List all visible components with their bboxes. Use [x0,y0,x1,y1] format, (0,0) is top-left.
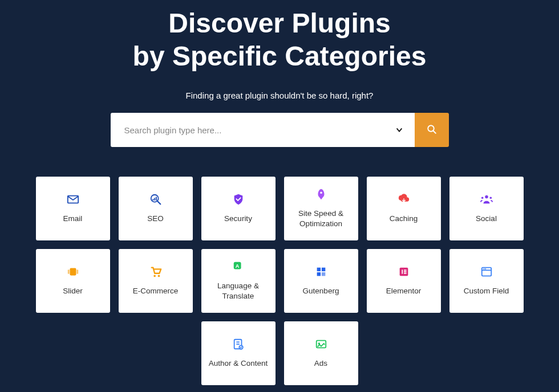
svg-rect-26 [404,271,407,272]
category-card-window[interactable]: Custom Field [449,249,524,313]
category-label: Author & Content [209,358,268,369]
search-box[interactable] [111,113,415,147]
author-icon [232,338,245,350]
title-line-1: Discover Plugins [168,8,390,38]
seo-icon [149,193,162,206]
category-label: Ads [314,358,327,369]
category-grid: EmailSEOSecuritySite Speed & Optimizatio… [0,177,559,385]
svg-point-10 [481,197,483,199]
email-icon [67,193,79,206]
category-card-cart[interactable]: E-Commerce [119,249,193,313]
category-label: Gutenberg [303,286,339,296]
page-subtitle: Finding a great plugin shouldn't be so h… [0,91,559,100]
svg-rect-20 [321,268,325,271]
svg-rect-7 [156,197,157,200]
search-button[interactable] [415,113,449,147]
page-title: Discover Plugins by Specific Categories [0,7,559,72]
svg-rect-25 [404,270,407,271]
category-card-security[interactable]: Security [201,177,276,240]
category-label: Custom Field [464,286,509,296]
svg-point-8 [320,191,322,194]
title-line-2: by Specific Categories [133,41,427,71]
category-label: E-Commerce [133,286,179,296]
svg-rect-24 [402,270,403,273]
category-card-seo[interactable]: SEO [119,177,193,240]
category-card-slider[interactable]: Slider [36,249,110,313]
category-card-author[interactable]: Author & Content [201,321,276,385]
category-label: Security [224,214,252,224]
svg-rect-27 [404,273,407,274]
category-label: Slider [63,286,83,296]
category-card-rocket[interactable]: Site Speed & Optimization [284,177,358,240]
category-card-ads[interactable]: Ads [284,321,358,385]
category-card-elementor[interactable]: Elementor [367,249,441,313]
search-input[interactable] [124,125,395,135]
elementor-icon [398,266,410,278]
svg-point-31 [485,268,486,270]
category-label: SEO [147,214,164,224]
slider-icon [67,266,79,278]
svg-rect-6 [154,198,155,201]
social-icon [480,193,493,206]
category-card-email[interactable]: Email [36,177,110,240]
svg-point-9 [485,195,488,199]
category-card-social[interactable]: Social [449,177,524,240]
category-label: Language & Translate [206,281,271,301]
category-label: Email [63,214,83,224]
category-label: Caching [390,214,418,224]
svg-rect-21 [317,272,320,276]
svg-point-30 [483,268,484,270]
category-card-gutenberg[interactable]: Gutenberg [284,249,358,313]
svg-point-11 [489,197,492,199]
svg-rect-5 [152,199,153,201]
svg-line-4 [157,201,160,205]
svg-rect-14 [76,270,78,273]
svg-rect-22 [321,272,325,276]
svg-line-1 [433,130,436,133]
category-card-translate[interactable]: ALanguage & Translate [201,249,276,313]
svg-rect-28 [481,268,491,276]
svg-rect-19 [317,268,320,271]
svg-point-15 [153,275,156,277]
translate-icon: A [232,260,245,273]
category-label: Site Speed & Optimization [289,209,354,229]
security-icon [232,193,245,206]
rocket-icon [315,188,327,201]
window-icon [480,266,493,278]
svg-rect-12 [70,268,76,276]
search-icon [427,124,437,136]
category-card-caching[interactable]: Caching [367,177,441,240]
caching-icon [398,193,410,206]
hero: Discover Plugins by Specific Categories … [0,0,559,147]
category-label: Social [476,214,497,224]
svg-rect-13 [67,270,69,273]
svg-point-16 [157,275,160,277]
search-row [0,113,559,147]
gutenberg-icon [315,266,327,278]
ads-icon [315,338,327,350]
svg-text:A: A [235,263,239,269]
chevron-down-icon[interactable] [395,126,403,134]
cart-icon [149,266,162,278]
category-label: Elementor [386,286,422,296]
